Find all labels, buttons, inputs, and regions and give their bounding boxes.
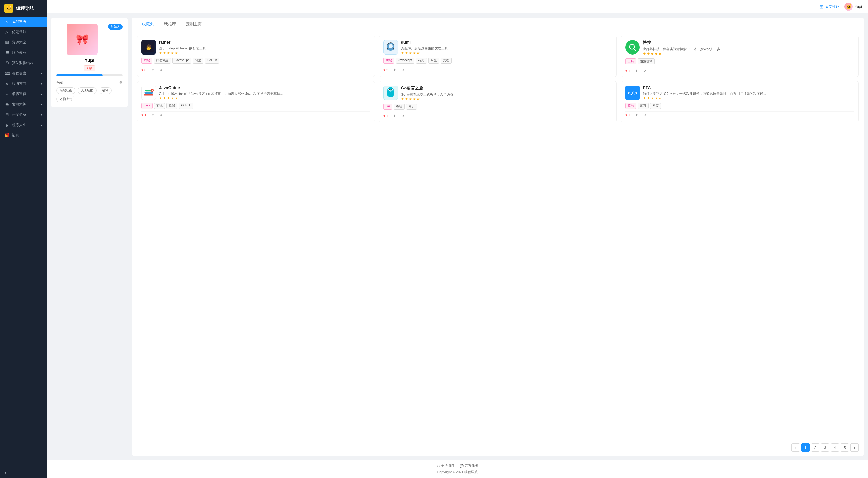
card-tag[interactable]: 阿里	[193, 58, 204, 64]
sidebar-item-tutorial[interactable]: ☰ 贴心教程	[0, 47, 47, 58]
sidebar-item-premium[interactable]: △ 优选资源	[0, 27, 47, 37]
history-button[interactable]: ↺	[643, 113, 646, 117]
user-menu[interactable]: 😺 Yupi	[844, 3, 862, 11]
card-tag[interactable]: 练习	[638, 103, 649, 109]
card-actions: ♥ 3 ⬆ ↺	[142, 66, 370, 72]
sidebar-item-devtools[interactable]: ⊞ 开发必备 ▾	[0, 109, 47, 120]
card-desc: 浙江大学官方 OJ 平台，千名教师建设，万道高质量题目，百万用户拼题的程序设..…	[643, 91, 854, 96]
prev-page-button[interactable]: ‹	[792, 443, 800, 452]
sidebar-item-algo[interactable]: ① 算法数据结构	[0, 58, 47, 68]
card-tag[interactable]: Javascript	[173, 58, 191, 64]
share-button[interactable]: ⬆	[152, 113, 154, 117]
chevron-down-icon: ▾	[41, 103, 42, 106]
like-button[interactable]: ♥ 1	[383, 114, 388, 118]
card-tag[interactable]: GitHub	[179, 103, 193, 109]
like-button[interactable]: ♥ 1	[142, 113, 146, 117]
next-page-button[interactable]: ›	[850, 443, 859, 452]
card-tags: Java 面试 后端 GitHub	[142, 103, 370, 109]
card-tag[interactable]: 前端	[142, 58, 152, 64]
history-button[interactable]: ↺	[159, 113, 162, 117]
card-tag[interactable]: 教程	[394, 104, 405, 109]
card-tag[interactable]: 算法	[625, 103, 636, 109]
card-tag[interactable]: 打包构建	[154, 58, 171, 64]
interest-tag: 后端江山	[56, 87, 75, 94]
app-logo-icon: 🐱	[4, 4, 13, 13]
tab-custom[interactable]: 定制主页	[181, 18, 207, 30]
like-count: 2	[386, 68, 388, 72]
sidebar-item-discover[interactable]: ◉ 发现大神 ▾	[0, 99, 47, 109]
page-button-2[interactable]: 2	[811, 443, 819, 452]
sidebar-label-devtools: 开发必备	[12, 113, 26, 117]
card-info: PTA 浙江大学官方 OJ 平台，千名教师建设，万道高质量题目，百万用户拼题的程…	[643, 86, 854, 100]
avatar: 😺	[844, 3, 853, 11]
contact-link[interactable]: 💬 联系作者	[460, 464, 478, 468]
sidebar-item-welfare[interactable]: 🎁 福利	[0, 130, 47, 140]
xp-progress-bar	[56, 74, 123, 76]
tutorial-icon: ☰	[5, 51, 9, 55]
card-tag[interactable]: GitHub	[205, 58, 219, 64]
all-icon: ▦	[5, 40, 9, 45]
sidebar-label-lang: 编程语言	[12, 71, 26, 76]
interest-tag: 万物上云	[56, 96, 75, 102]
support-link[interactable]: ⊙ 支持项目	[437, 464, 455, 468]
sidebar-label-algo: 算法数据结构	[12, 61, 34, 65]
sidebar-label-tutorial: 贴心教程	[12, 51, 26, 55]
card-tags: 前端 打包构建 Javascript 阿里 GitHub	[142, 58, 370, 64]
tab-favorites[interactable]: 收藏夹	[137, 18, 159, 30]
page-button-3[interactable]: 3	[821, 443, 829, 452]
sidebar-label-job: 求职宝典	[12, 92, 26, 96]
like-button[interactable]: ♥ 1	[625, 113, 630, 117]
interests-tags: 后端江山 人工智能 福利 万物上云	[56, 87, 123, 102]
card-tag[interactable]: 搜索引擎	[638, 58, 655, 64]
card-tag[interactable]: 工具	[625, 58, 636, 64]
page-button-5[interactable]: 5	[841, 443, 849, 452]
sidebar-item-all[interactable]: ▦ 资源大全	[0, 37, 47, 47]
recommend-button[interactable]: ⊞ 我要推荐	[819, 4, 839, 9]
history-button[interactable]: ↺	[159, 68, 162, 72]
sidebar-item-lang[interactable]: ⌨ 编程语言 ▾	[0, 68, 47, 78]
card-title: JavaGuide	[159, 86, 370, 90]
share-button[interactable]: ⬆	[152, 68, 154, 72]
interest-tag: 福利	[99, 87, 112, 94]
share-button[interactable]: ⬆	[394, 114, 396, 118]
page-button-4[interactable]: 4	[831, 443, 839, 452]
share-button[interactable]: ⬆	[636, 113, 638, 117]
like-button[interactable]: ♥ 2	[383, 68, 388, 72]
like-count: 1	[145, 113, 146, 117]
share-button[interactable]: ⬆	[636, 69, 638, 73]
like-count: 1	[386, 114, 388, 118]
sidebar-collapse-button[interactable]: ≡	[0, 468, 47, 478]
card-tag[interactable]: Go	[383, 104, 392, 109]
sidebar-label-discover: 发现大神	[12, 102, 26, 107]
card-tag[interactable]: 文档	[441, 58, 452, 64]
algo-icon: ①	[5, 61, 9, 65]
page-button-1[interactable]: 1	[801, 443, 810, 452]
heart-icon: ♥	[625, 113, 627, 117]
like-button[interactable]: ♥ 3	[142, 68, 146, 72]
sidebar-item-job[interactable]: ☆ 求职宝典 ▾	[0, 89, 47, 99]
card-tag[interactable]: 阿里	[428, 58, 439, 64]
gear-icon[interactable]: ⚙	[119, 81, 123, 85]
share-button[interactable]: ⬆	[394, 68, 396, 72]
card-info: JavaGuide GitHub 10w star 的「Java 学习+面试指南…	[159, 86, 370, 100]
like-count: 1	[628, 69, 630, 73]
card-tag[interactable]: 面试	[154, 103, 165, 109]
wechat-icon: 💬	[460, 464, 464, 468]
card-tag[interactable]: 前端	[383, 58, 394, 64]
app-name: 编程导航	[16, 5, 34, 11]
card-tag[interactable]: 网页	[406, 104, 417, 109]
card-tag[interactable]: 网页	[650, 103, 661, 109]
tab-recommend[interactable]: 我推荐	[159, 18, 181, 30]
sidebar-item-domain[interactable]: ◈ 领域方向 ▾	[0, 78, 47, 89]
card-tag[interactable]: Java	[142, 103, 153, 109]
sidebar-item-home[interactable]: ⌂ 我的主页	[0, 17, 47, 27]
history-button[interactable]: ↺	[643, 69, 646, 73]
sidebar-item-life[interactable]: ☻ 程序人生 ▾	[0, 120, 47, 130]
history-button[interactable]: ↺	[401, 68, 404, 72]
card-stars: ★★★★★	[401, 51, 612, 55]
card-tag[interactable]: Javascript	[396, 58, 414, 64]
history-button[interactable]: ↺	[401, 114, 404, 118]
like-button[interactable]: ♥ 1	[625, 69, 630, 73]
card-tag[interactable]: 后端	[166, 103, 177, 109]
card-tag[interactable]: 框架	[416, 58, 427, 64]
